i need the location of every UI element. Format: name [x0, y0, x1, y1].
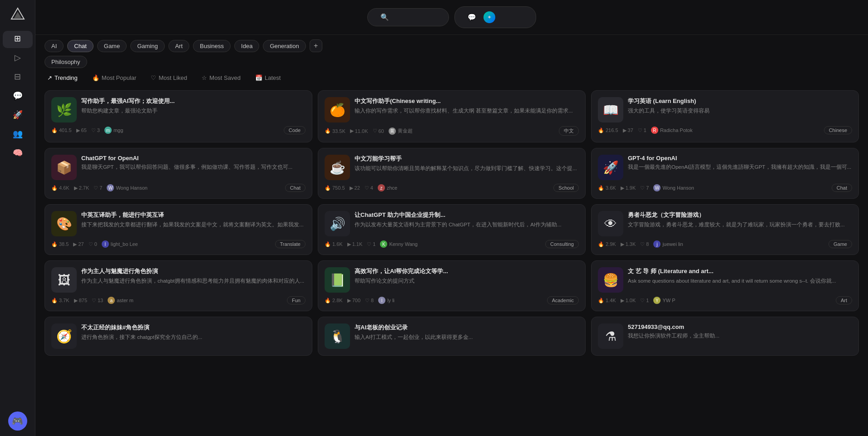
card-title: 不太正经的妹妹#角色扮演 — [81, 323, 306, 332]
card-item[interactable]: 👁 勇者斗恶龙（文字冒险游戏） 文字冒险游戏，勇者斗恶龙，难度较大，就是为了难玩… — [591, 204, 859, 255]
card-info: 学习英语 (Learn English) 强大的工具，使学习英语变得容易 — [628, 97, 852, 114]
card-item[interactable]: ☕ 中文万能学习帮手 该功能可以帮助你清晰且简单的解释某个知识点，尽力做到零门槛… — [318, 148, 586, 199]
filter-tag-idea[interactable]: Idea — [234, 40, 259, 52]
community-icon: 💬 — [13, 92, 23, 100]
sort-most-saved[interactable]: ☆ Most Saved — [199, 73, 243, 83]
chat-button[interactable]: 💬 ✦ — [454, 6, 536, 28]
filter-add-button[interactable]: + — [310, 39, 322, 52]
sidebar-item-collections[interactable]: ⊟ — [3, 69, 33, 86]
play-icon: ▶ — [621, 298, 624, 304]
fire-icon: 🔥 — [598, 185, 604, 191]
card-item[interactable]: 🌿 写作助手，最强AI写作；欢迎使用... 帮助您构建文章，最强论文助手 🔥 4… — [44, 90, 312, 142]
card-info: 勇者斗恶龙（文字冒险游戏） 文字冒险游戏，勇者斗恶龙，难度较大，就是为了难玩家，… — [628, 211, 852, 228]
card-title: 中文写作助手(Chinese writing... — [355, 97, 579, 105]
sidebar: ⊞ ▷ ⊟ 💬 🚀 👥 🧠 🎮 — [0, 0, 35, 436]
filter-tag-chat[interactable]: Chat — [67, 40, 93, 52]
filter-tag-philosophy[interactable]: Philosophy — [44, 56, 87, 68]
heart-icon: ♡ — [367, 241, 371, 247]
card-author: a aster m — [108, 297, 133, 304]
fire-stat: 🔥 4.6K — [51, 185, 69, 191]
sort-latest[interactable]: 📅 Latest — [252, 73, 283, 83]
fire-icon: 🔥 — [51, 185, 58, 191]
card-thumbnail: 🚀 — [598, 155, 623, 180]
card-author: j juewei lin — [653, 240, 683, 248]
play-stat: ▶ 11.0K — [350, 128, 368, 134]
play-stat: ▶ 1.3K — [621, 241, 636, 247]
card-item[interactable]: 🐧 与AI老板的创业记录 输入AI打工模式，一起创业，以此来获得更多金... — [318, 317, 586, 356]
card-item[interactable]: 🍊 中文写作助手(Chinese writing... 输入你的写作需求，可以帮… — [318, 90, 586, 142]
sidebar-item-hackathon[interactable]: 🚀 — [3, 107, 33, 124]
fire-icon: 🔥 — [598, 127, 604, 133]
card-title: ChatGPT for OpenAI — [81, 155, 306, 162]
play-stat: ▶ 700 — [347, 298, 360, 304]
card-stats: 🔥 33.5K ▶ 11.0K ♡ 60 黄 黄金超 — [325, 127, 413, 135]
card-stats: 🔥 750.5 ▶ 22 ♡ 4 z zhce — [325, 184, 397, 191]
play-stat: ▶ 1.9K — [621, 185, 636, 191]
fire-stat: 🔥 1.4K — [598, 298, 616, 304]
card-item[interactable]: 🎨 中英互译助手，能进行中英互译 接下来把我发的文章都进行翻译，如果我发的文案是… — [44, 204, 312, 255]
sidebar-item-home[interactable]: ⊞ — [3, 31, 33, 48]
card-item[interactable]: 🖼 作为主人与魅魔进行角色扮演 作为主人与魅魔进行角色扮演，chatgbt拥有情… — [44, 260, 312, 311]
card-item[interactable]: 📦 ChatGPT for OpenAI 我是聊天GPT，我可以帮你回答问题、做… — [44, 148, 312, 199]
heart-stat: ♡ 3 — [91, 127, 100, 133]
filter-tag-ai[interactable]: AI — [44, 40, 64, 52]
card-stats: 🔥 216.5 ▶ 37 ♡ 1 R Radicha Potok — [598, 127, 692, 134]
card-item[interactable]: 🍔 文 艺 导 师 (Literature and art... Ask som… — [591, 260, 859, 311]
sidebar-item-learn[interactable]: 🧠 — [3, 145, 33, 162]
filter-tag-gaming[interactable]: Gaming — [130, 40, 165, 52]
card-item[interactable]: 🧭 不太正经的妹妹#角色扮演 进行角色扮演，接下来 chatgpt探究全方位自己… — [44, 317, 312, 356]
heart-icon: ♡ — [365, 298, 370, 304]
filter-tag-business[interactable]: Business — [193, 40, 231, 52]
card-thumbnail: 🔊 — [325, 211, 350, 236]
cards-grid: 🌿 写作助手，最强AI写作；欢迎使用... 帮助您构建文章，最强论文助手 🔥 4… — [44, 90, 859, 356]
card-footer: 🔥 38.5 ▶ 27 ♡ 0 l light_bo Lee — [51, 240, 306, 248]
author-avatar: z — [378, 184, 385, 191]
sort-most-popular[interactable]: 🔥 Most Popular — [89, 73, 139, 83]
search-button[interactable]: 🔍 — [367, 8, 449, 26]
card-description: 帮助写作论文的提问方式 — [355, 277, 579, 284]
sort-most-liked[interactable]: ♡ Most Liked — [148, 73, 190, 83]
card-footer: 🔥 401.5 ▶ 65 ♡ 3 m mgg Code — [51, 126, 306, 134]
card-badge: Chat — [832, 184, 852, 192]
card-item[interactable]: 📗 高效写作，让AI帮你完成论文等学... 帮助写作论文的提问方式 🔥 2.8K… — [318, 260, 586, 311]
card-description: 输入AI打工模式，一起创业，以此来获得更多金... — [355, 333, 579, 341]
filter-tag-game[interactable]: Game — [97, 40, 127, 52]
sidebar-item-myflows[interactable]: ▷ — [3, 50, 33, 67]
author-avatar: K — [380, 240, 387, 248]
card-title: 高效写作，让AI帮你完成论文等学... — [355, 267, 579, 275]
author-avatar: a — [108, 297, 115, 304]
card-badge: Translate — [275, 240, 306, 248]
heart-stat: ♡ 7 — [640, 185, 649, 191]
card-item[interactable]: 🚀 GPT-4 for OpenAI 我是一個最先進的OpenAI語言模型，這個… — [591, 148, 859, 199]
heart-stat: ♡ 1 — [638, 127, 646, 133]
card-description: 文字冒险游戏，勇者斗恶龙，难度较大，就是为了难玩家，玩家扮演一个勇者，要去打败.… — [628, 221, 852, 228]
filter-tag-generation[interactable]: Generation — [263, 40, 306, 52]
sort-trending[interactable]: ↗ Trending — [44, 73, 80, 83]
card-footer: 🔥 2.8K ▶ 700 ♡ 8 l ly li Acad — [325, 296, 579, 304]
card-badge: Chat — [285, 184, 306, 192]
cards-area: 🌿 写作助手，最强AI写作；欢迎使用... 帮助您构建文章，最强论文助手 🔥 4… — [35, 87, 868, 436]
sidebar-item-community[interactable]: 💬 — [3, 88, 33, 105]
card-header: 🔊 让ChatGPT 助力中国企业提升制... 作为以发布大量英文语料为主背景下… — [325, 211, 579, 236]
card-description: 作为主人与魅魔进行角色扮演，chatgbt拥有情感和思考能力并且拥有魅魔的肉体和… — [81, 277, 306, 284]
card-item[interactable]: 📖 学习英语 (Learn English) 强大的工具，使学习英语变得容易 🔥… — [591, 90, 859, 142]
filter-tag-art[interactable]: Art — [168, 40, 190, 52]
card-description: 输入你的写作需求，可以帮你查找材料、生成大纲 甚至整篇文章，如果未能满足你的需求… — [355, 107, 579, 114]
sidebar-item-bounty[interactable]: 👥 — [3, 126, 33, 143]
popular-icon: 🔥 — [92, 74, 99, 81]
fire-icon: 🔥 — [325, 298, 331, 304]
card-thumbnail: 🌿 — [51, 97, 77, 122]
card-info: 作为主人与魅魔进行角色扮演 作为主人与魅魔进行角色扮演，chatgbt拥有情感和… — [81, 267, 306, 284]
card-description: 帮助您构建文章，最强论文助手 — [81, 107, 306, 114]
heart-stat: ♡ 7 — [94, 185, 102, 191]
discord-button[interactable]: 🎮 — [8, 412, 27, 431]
logo[interactable] — [9, 5, 27, 24]
card-item[interactable]: ⚗ 527194933@qq.com 我想让你扮演软件工程师，业主帮助... — [591, 317, 859, 356]
card-author: K Kenny Wang — [380, 240, 418, 248]
card-info: 文 艺 导 师 (Literature and art... Ask some … — [628, 267, 852, 284]
card-item[interactable]: 🔊 让ChatGPT 助力中国企业提升制... 作为以发布大量英文语料为主背景下… — [318, 204, 586, 255]
sort-bar: ↗ Trending 🔥 Most Popular ♡ Most Liked ☆… — [35, 68, 868, 87]
heart-stat: ♡ 60 — [373, 128, 384, 134]
fire-stat: 🔥 38.5 — [51, 241, 69, 247]
heart-icon: ♡ — [89, 241, 93, 247]
